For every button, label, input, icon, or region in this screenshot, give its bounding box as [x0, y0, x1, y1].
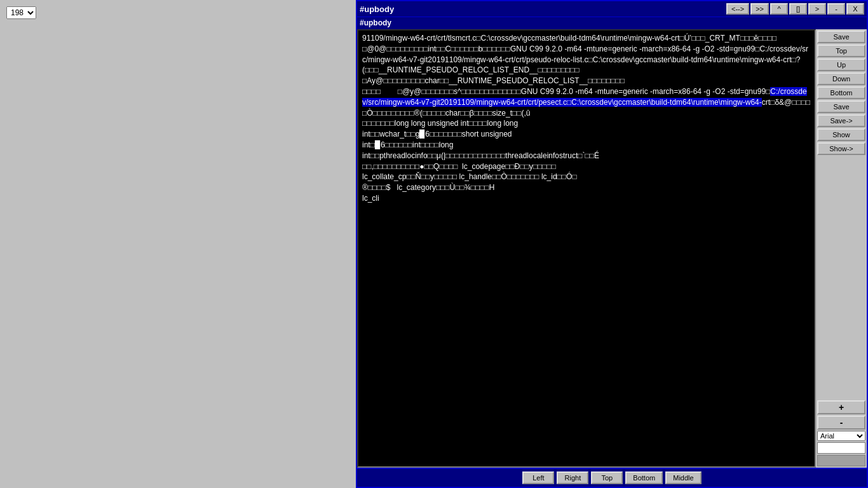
title-bar-buttons: <--> >> ^ [] > - X	[726, 3, 864, 15]
color-box-white	[817, 442, 865, 454]
maximize-btn[interactable]: []	[789, 3, 807, 15]
resize-btn[interactable]: <-->	[726, 3, 749, 15]
plus-btn[interactable]: +	[817, 400, 865, 414]
title-bar: #upbody <--> >> ^ [] > - X	[357, 1, 867, 17]
middle-nav-btn[interactable]: Middle	[665, 471, 701, 484]
save-top-btn[interactable]: Save	[817, 30, 865, 43]
sub-header: #upbody	[357, 17, 867, 29]
close-btn[interactable]: X	[846, 3, 864, 15]
next-btn[interactable]: >	[808, 3, 826, 15]
number-dropdown[interactable]: 196 197 198 199 200	[6, 6, 36, 19]
minimize-btn[interactable]: -	[827, 3, 845, 15]
up-btn[interactable]: ^	[770, 3, 788, 15]
up-sidebar-btn[interactable]: Up	[817, 58, 865, 71]
top-left-dropdown-container: 196 197 198 199 200	[6, 6, 36, 19]
main-window: #upbody <--> >> ^ [] > - X #upbody 91109…	[356, 0, 868, 488]
save-mid-btn[interactable]: Save	[817, 100, 865, 113]
bottom-nav: Left Right Top Bottom Middle	[357, 468, 867, 487]
content-area: 91109/mingw-w64-crt/crt/tlsmcrt.c□C:\cro…	[357, 29, 867, 468]
text-content: 91109/mingw-w64-crt/crt/tlsmcrt.c□C:\cro…	[362, 33, 811, 204]
text-after-highlight: crt□δ&@□□□□□Ò□□□□□□□□□®(□□□□□char□□β□□□□…	[362, 98, 810, 203]
text-panel[interactable]: 91109/mingw-w64-crt/crt/tlsmcrt.c□C:\cro…	[357, 29, 816, 468]
font-dropdown[interactable]: Arial Courier New Times New Roman	[817, 431, 865, 441]
show-arrow-btn[interactable]: Show->	[817, 142, 865, 155]
color-box-gray	[817, 455, 865, 466]
top-btn[interactable]: Top	[817, 44, 865, 57]
sidebar-bottom: + - Arial Courier New Times New Roman	[817, 400, 865, 466]
text-before-highlight: 91109/mingw-w64-crt/crt/tlsmcrt.c□C:\cro…	[362, 34, 808, 96]
sidebar-spacer	[817, 156, 865, 399]
bottom-btn[interactable]: Bottom	[817, 86, 865, 99]
window-title: #upbody	[360, 4, 394, 14]
bottom-nav-btn[interactable]: Bottom	[625, 471, 663, 484]
down-btn[interactable]: Down	[817, 72, 865, 85]
forward-btn[interactable]: >>	[750, 3, 769, 15]
show-btn[interactable]: Show	[817, 128, 865, 141]
save-arrow-btn[interactable]: Save->	[817, 114, 865, 127]
minus-btn[interactable]: -	[817, 416, 865, 430]
right-nav-btn[interactable]: Right	[557, 471, 588, 484]
left-nav-btn[interactable]: Left	[522, 471, 554, 484]
right-sidebar: Save Top Up Down Bottom Save Save-> Show…	[816, 29, 867, 468]
top-nav-btn[interactable]: Top	[591, 471, 623, 484]
